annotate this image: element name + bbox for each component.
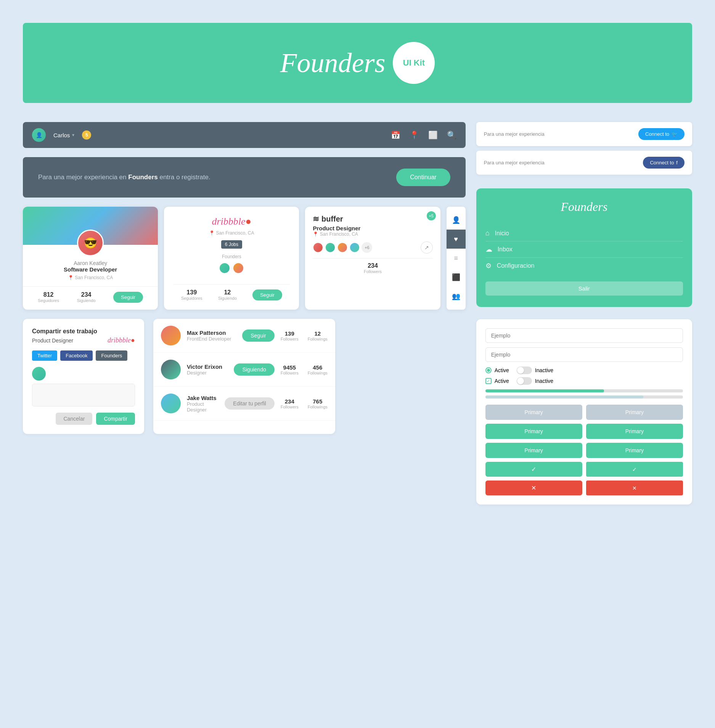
radio-inactive-2[interactable]: Inactive — [517, 377, 553, 385]
checkbox-active-2[interactable]: ✓ Active — [485, 378, 509, 384]
buffer-location: 📍 San Francisco, CA — [313, 231, 432, 237]
form-input-1[interactable] — [485, 328, 683, 343]
x-btn-1[interactable]: ✕ — [485, 481, 582, 495]
primary-btn-green-4[interactable]: Primary — [586, 443, 683, 458]
tag-founders[interactable]: Founders — [96, 350, 127, 361]
person-avatar-0 — [161, 326, 181, 346]
dribbble-logo: dribbble● — [212, 216, 251, 227]
seguir-button-aaron[interactable]: Seguir — [113, 292, 143, 303]
location-icon[interactable]: 📍 — [410, 130, 419, 140]
progress-fill-2 — [485, 395, 644, 399]
action-bar-users[interactable]: 👥 — [447, 287, 466, 306]
browser-icon[interactable]: ⬜ — [428, 130, 438, 140]
connect-card-twitter: Para una mejor experiencia Connect to 🐦 — [476, 122, 692, 146]
share-button[interactable]: ↗ — [421, 241, 433, 254]
radio-row-2: ✓ Active Inactive — [485, 377, 683, 385]
buffer-avatar-2 — [325, 242, 336, 253]
seguir-btn-0[interactable]: Seguir — [242, 329, 274, 342]
calendar-icon[interactable]: 📅 — [391, 130, 400, 140]
job-badge: 6 Jobs — [221, 240, 242, 249]
sidebar-brand: Founders — [485, 200, 683, 214]
hero-title: Founders — [280, 47, 386, 79]
buffer-avatar-4 — [349, 242, 360, 253]
action-bar-menu[interactable]: ≡ — [447, 249, 466, 268]
banner-text: Para una mejor experiencia en Founders e… — [38, 174, 210, 181]
check-btn-2[interactable]: ✓ — [586, 462, 683, 477]
founders-label: Founders — [222, 254, 241, 259]
sidebar-item-inicio[interactable]: ⌂ Inicio — [485, 225, 683, 241]
action-bar-person[interactable]: 👤 — [447, 211, 466, 230]
person-row-0: Max Patterson FrontEnd Developer Seguir … — [153, 319, 335, 353]
stat-seguidores: 812 Seguidores — [38, 291, 59, 303]
connect-twitter-button[interactable]: Connect to 🐦 — [638, 128, 684, 140]
share-textarea[interactable] — [32, 384, 135, 407]
sidebar-item-config[interactable]: ⚙ Configuracion — [485, 258, 683, 274]
connect-card-facebook: Para una mejor experiencia Connect to f — [476, 151, 692, 175]
banner-message: Para una mejor experiencia en Founders e… — [23, 157, 466, 198]
buffer-avatar-1 — [313, 242, 323, 253]
person-info-0: Max Patterson FrontEnd Developer — [187, 329, 236, 342]
gear-icon: ⚙ — [485, 262, 492, 270]
primary-btn-gray-2[interactable]: Primary — [586, 405, 683, 420]
sidebar-item-inbox[interactable]: ☁ Inbox — [485, 241, 683, 258]
tag-twitter[interactable]: Twitter — [32, 350, 57, 361]
share-title: Compartir este trabajo — [32, 328, 135, 335]
salir-button[interactable]: Salir — [485, 281, 683, 296]
dribbble-card: dribbble● 📍 San Francisco, CA 6 Jobs Fou… — [164, 207, 299, 310]
profile-name: Aaron Keatley — [29, 260, 152, 266]
person-stats-2: 234 Followers 765 Followings — [281, 398, 328, 409]
profile-stats: 812 Seguidores 234 Siguiendo Seguir — [23, 286, 158, 307]
stat-siguiendo: 234 Siguiendo — [77, 291, 96, 303]
compartir-button[interactable]: Compartir — [96, 413, 135, 425]
action-bar-heart[interactable]: ♥ — [447, 230, 466, 249]
x-btn-2[interactable]: ✕ — [586, 481, 683, 495]
continuar-button[interactable]: Continuar — [396, 169, 450, 186]
primary-btn-green-3[interactable]: Primary — [485, 443, 582, 458]
person-stats-1: 9455 Followers 456 Followings — [281, 364, 328, 375]
twitter-icon: 🐦 — [672, 131, 678, 137]
share-tags: Twitter Facebook Founders — [32, 350, 135, 361]
connect-facebook-button[interactable]: Connect to f — [643, 157, 684, 169]
seguir-button-dribbble[interactable]: Seguir — [252, 289, 282, 301]
progress-fill-1 — [485, 389, 604, 392]
cancel-button[interactable]: Cancelar — [56, 413, 92, 425]
person-row-1: Victor Erixon Designer Siguiendo 9455 Fo… — [153, 353, 335, 387]
check-btn-1[interactable]: ✓ — [485, 462, 582, 477]
person-info-2: Jake Watts Product Designer — [187, 395, 219, 413]
primary-btn-green-1[interactable]: Primary — [485, 424, 582, 439]
dribbble-location: 📍 San Francisco, CA — [209, 230, 254, 236]
toggle-knob-2 — [517, 378, 524, 384]
radio-inactive-1[interactable]: Inactive — [517, 366, 553, 374]
profile-cover: 😎 — [23, 207, 158, 245]
navbar-username[interactable]: Carlos ▾ — [53, 132, 74, 138]
right-panel: Para una mejor experiencia Connect to 🐦 … — [476, 122, 692, 505]
primary-btn-green-2[interactable]: Primary — [586, 424, 683, 439]
mini-avatar-2 — [233, 262, 244, 274]
buffer-followers: 234 Followers — [313, 258, 432, 274]
avatar-group — [219, 262, 244, 274]
edit-profile-btn-2[interactable]: Editar tu perfil — [225, 397, 274, 410]
siguiendo-btn-1[interactable]: Siguiendo — [234, 363, 274, 376]
primary-btn-gray-1[interactable]: Primary — [485, 405, 582, 420]
sidebar-nav: Founders ⌂ Inicio ☁ Inbox ⚙ Configuracio… — [476, 188, 692, 307]
progress-bar-1 — [485, 389, 683, 392]
profile-card-aaron: 😎 Aaron Keatley Software Developer 📍 San… — [23, 207, 158, 310]
buffer-avatar-3 — [337, 242, 348, 253]
navbar: 👤 Carlos ▾ 5 📅 📍 ⬜ 🔍 — [23, 122, 466, 148]
action-bar-screen[interactable]: ⬛ — [447, 268, 466, 287]
dribbble-stat-siguiendo: 12 Siguiendo — [218, 289, 237, 301]
profile-location: 📍 San Francisco, CA — [29, 275, 152, 280]
buffer-logo: ≋ buffer — [313, 214, 432, 223]
search-icon[interactable]: 🔍 — [447, 130, 456, 140]
radio-active-1[interactable]: Active — [485, 367, 509, 373]
connect-cards: Para una mejor experiencia Connect to 🐦 … — [476, 122, 692, 175]
tag-facebook[interactable]: Facebook — [60, 350, 93, 361]
buffer-role: Product Designer — [313, 225, 432, 231]
form-input-2[interactable] — [485, 347, 683, 362]
buffer-card: +5 ≋ buffer Product Designer 📍 San Franc… — [305, 207, 440, 310]
toggle-knob-1 — [517, 367, 524, 374]
share-card: Compartir este trabajo Product Designer … — [23, 319, 144, 434]
check-x-buttons: ✓ ✓ ✕ ✕ — [485, 462, 683, 495]
progress-bar-2 — [485, 395, 683, 399]
person-info-1: Victor Erixon Designer — [187, 363, 228, 376]
